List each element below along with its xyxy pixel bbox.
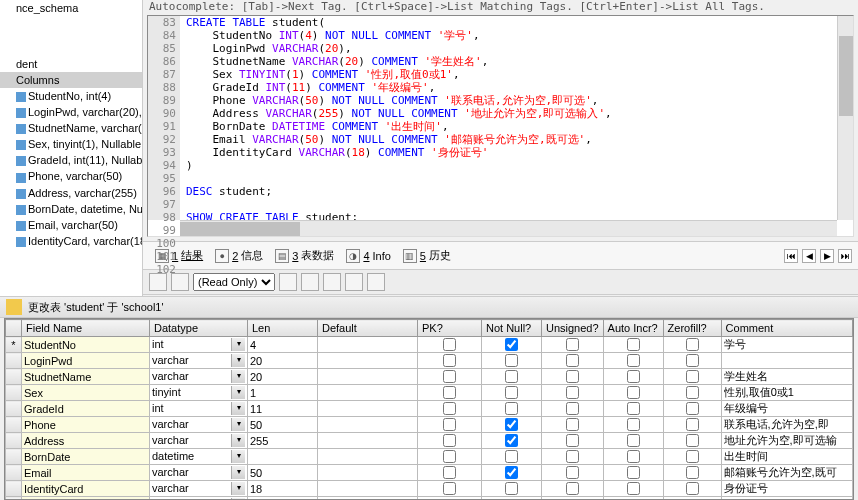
- tree-item-table[interactable]: dent: [0, 56, 142, 72]
- cell-check[interactable]: [443, 466, 456, 479]
- tab-信息[interactable]: ●2 信息: [209, 246, 269, 265]
- cell-check[interactable]: [443, 402, 456, 415]
- default-input[interactable]: [320, 467, 415, 479]
- tree-column-item[interactable]: BornDate, datetime, Nulla: [0, 201, 142, 217]
- tab-Info[interactable]: ◑4 Info: [340, 247, 396, 265]
- comment-input[interactable]: [724, 467, 850, 479]
- len-input[interactable]: [250, 483, 315, 495]
- cell-check[interactable]: [566, 338, 579, 351]
- cell-check[interactable]: [505, 434, 518, 447]
- field-name-input[interactable]: [24, 451, 147, 463]
- field-name-input[interactable]: [24, 387, 147, 399]
- table-row[interactable]: *▾: [6, 337, 853, 353]
- toolbar-btn-3[interactable]: [279, 273, 297, 291]
- field-name-input[interactable]: [24, 371, 147, 383]
- row-header[interactable]: *: [6, 337, 22, 353]
- cell-check[interactable]: [627, 370, 640, 383]
- row-header[interactable]: [6, 385, 22, 401]
- field-name-input[interactable]: [24, 339, 147, 351]
- vscroll-thumb[interactable]: [839, 36, 853, 116]
- cell-check[interactable]: [566, 482, 579, 495]
- tree-column-item[interactable]: Phone, varchar(50): [0, 168, 142, 184]
- default-input[interactable]: [320, 403, 415, 415]
- cell-check[interactable]: [686, 354, 699, 367]
- len-input[interactable]: [250, 435, 315, 447]
- datatype-dropdown-icon[interactable]: ▾: [231, 370, 245, 383]
- tree-column-item[interactable]: Email, varchar(50): [0, 217, 142, 233]
- datatype-dropdown-icon[interactable]: ▾: [231, 386, 245, 399]
- datatype-input[interactable]: [152, 466, 229, 478]
- hdr-pk[interactable]: PK?: [418, 320, 482, 337]
- hdr-unsigned[interactable]: Unsigned?: [542, 320, 604, 337]
- tabs-next-button[interactable]: ▶: [820, 249, 834, 263]
- cell-check[interactable]: [443, 434, 456, 447]
- comment-input[interactable]: [724, 451, 850, 463]
- datatype-input[interactable]: [152, 434, 229, 446]
- cell-check[interactable]: [627, 450, 640, 463]
- cell-check[interactable]: [686, 434, 699, 447]
- default-input[interactable]: [320, 419, 415, 431]
- datatype-dropdown-icon[interactable]: ▾: [231, 402, 245, 415]
- cell-check[interactable]: [686, 386, 699, 399]
- cell-check[interactable]: [566, 354, 579, 367]
- comment-input[interactable]: [724, 387, 850, 399]
- field-name-input[interactable]: [24, 435, 147, 447]
- table-row[interactable]: ▾: [6, 401, 853, 417]
- cell-check[interactable]: [566, 466, 579, 479]
- tree-columns-folder[interactable]: Columns: [0, 72, 142, 88]
- hdr-notnull[interactable]: Not Null?: [482, 320, 542, 337]
- datatype-input[interactable]: [152, 482, 229, 494]
- cell-check[interactable]: [686, 402, 699, 415]
- tabs-prev-button[interactable]: ◀: [802, 249, 816, 263]
- toolbar-btn-7[interactable]: [367, 273, 385, 291]
- toolbar-btn-5[interactable]: [323, 273, 341, 291]
- tree-column-item[interactable]: Address, varchar(255): [0, 185, 142, 201]
- comment-input[interactable]: [724, 435, 850, 447]
- cell-check[interactable]: [443, 482, 456, 495]
- field-name-input[interactable]: [24, 467, 147, 479]
- default-input[interactable]: [320, 483, 415, 495]
- table-row[interactable]: ▾: [6, 465, 853, 481]
- cell-check[interactable]: [566, 402, 579, 415]
- cell-check[interactable]: [505, 466, 518, 479]
- comment-input[interactable]: [724, 403, 850, 415]
- len-input[interactable]: [250, 419, 315, 431]
- cell-check[interactable]: [627, 418, 640, 431]
- code-area[interactable]: CREATE TABLE student( StudentNo INT(4) N…: [180, 16, 837, 220]
- row-header[interactable]: [6, 481, 22, 497]
- cell-check[interactable]: [505, 402, 518, 415]
- row-header[interactable]: [6, 433, 22, 449]
- table-row[interactable]: ▾: [6, 417, 853, 433]
- field-name-input[interactable]: [24, 483, 147, 495]
- len-input[interactable]: [250, 339, 315, 351]
- tree-column-item[interactable]: StudentNo, int(4): [0, 88, 142, 104]
- datatype-dropdown-icon[interactable]: ▾: [231, 418, 245, 431]
- default-input[interactable]: [320, 435, 415, 447]
- hdr-zerofill[interactable]: Zerofill?: [663, 320, 721, 337]
- tree-column-item[interactable]: Sex, tinyint(1), Nullable: [0, 136, 142, 152]
- toolbar-btn-6[interactable]: [345, 273, 363, 291]
- datatype-dropdown-icon[interactable]: ▾: [231, 466, 245, 479]
- tree-item-schema[interactable]: nce_schema: [0, 0, 142, 16]
- tree-column-item[interactable]: StudnetName, varchar(20): [0, 120, 142, 136]
- hscroll-thumb[interactable]: [180, 222, 300, 236]
- table-row[interactable]: ▾: [6, 449, 853, 465]
- len-input[interactable]: [250, 403, 315, 415]
- cell-check[interactable]: [627, 434, 640, 447]
- cell-check[interactable]: [566, 386, 579, 399]
- tree-column-item[interactable]: IdentityCard, varchar(18),: [0, 233, 142, 249]
- cell-check[interactable]: [505, 418, 518, 431]
- datatype-input[interactable]: [152, 354, 229, 366]
- cell-check[interactable]: [627, 338, 640, 351]
- tab-表数据[interactable]: ▤3 表数据: [269, 246, 340, 265]
- cell-check[interactable]: [443, 418, 456, 431]
- field-name-input[interactable]: [24, 403, 147, 415]
- cell-check[interactable]: [443, 338, 456, 351]
- datatype-dropdown-icon[interactable]: ▾: [231, 434, 245, 447]
- table-row[interactable]: ▾: [6, 433, 853, 449]
- datatype-dropdown-icon[interactable]: ▾: [231, 450, 245, 463]
- cell-check[interactable]: [443, 386, 456, 399]
- cell-check[interactable]: [686, 482, 699, 495]
- table-row[interactable]: ▾: [6, 481, 853, 497]
- default-input[interactable]: [320, 451, 415, 463]
